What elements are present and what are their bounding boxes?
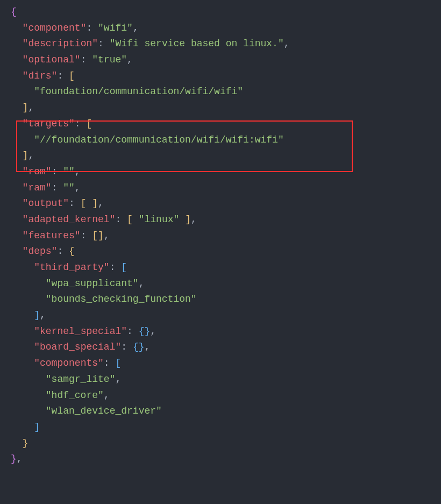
code-line: }, bbox=[0, 451, 441, 467]
code-line: "components": [ bbox=[0, 356, 441, 372]
code-line: "samgr_lite", bbox=[0, 372, 441, 388]
json-string: "samgr_lite" bbox=[46, 374, 116, 385]
code-line: ], bbox=[0, 308, 441, 324]
code-line: "third_party": [ bbox=[0, 260, 441, 276]
bracket-close: ] bbox=[23, 102, 29, 113]
code-line: "component": "wifi", bbox=[0, 20, 441, 37]
code-line: { bbox=[0, 4, 441, 20]
json-key: "components" bbox=[34, 358, 104, 368]
bracket-close: ] bbox=[23, 150, 29, 161]
json-key: "description" bbox=[23, 38, 98, 49]
json-key: "targets" bbox=[23, 118, 75, 129]
brace-open: { bbox=[11, 6, 17, 17]
json-string: "" bbox=[63, 166, 75, 177]
code-line: "dirs": [ bbox=[0, 68, 441, 84]
code-line: } bbox=[0, 436, 441, 452]
json-key: "adapted_kernel" bbox=[23, 214, 116, 225]
bracket-open: [ bbox=[92, 230, 98, 241]
brace-open: { bbox=[139, 326, 145, 337]
json-string: "bounds_checking_function" bbox=[46, 294, 197, 304]
bracket-close: ] bbox=[34, 422, 40, 432]
code-line: "description": "Wifi service based on li… bbox=[0, 36, 441, 52]
brace-close: } bbox=[11, 453, 17, 464]
bracket-open: [ bbox=[69, 70, 75, 81]
json-string: "//foundation/communication/wifi/wifi:wi… bbox=[34, 134, 283, 145]
code-line: "adapted_kernel": [ "linux" ], bbox=[0, 212, 441, 228]
json-string: "wifi" bbox=[98, 23, 133, 33]
json-string: "true" bbox=[92, 54, 127, 65]
json-key: "third_party" bbox=[34, 262, 109, 273]
json-key: "dirs" bbox=[23, 70, 58, 81]
brace-open: { bbox=[69, 246, 75, 257]
code-line: "foundation/communication/wifi/wifi" bbox=[0, 84, 441, 100]
code-line: ], bbox=[0, 100, 441, 116]
bracket-close: ] bbox=[185, 214, 191, 225]
bracket-close: ] bbox=[92, 198, 98, 209]
bracket-open: [ bbox=[121, 262, 127, 273]
bracket-close: ] bbox=[34, 310, 40, 321]
code-line: ] bbox=[0, 420, 441, 436]
code-line: ], bbox=[0, 148, 441, 164]
brace-close: } bbox=[144, 326, 150, 337]
json-string: "linux" bbox=[139, 214, 180, 225]
code-line: "features": [], bbox=[0, 228, 441, 244]
json-string: "wpa_supplicant" bbox=[46, 278, 139, 289]
brace-open: { bbox=[133, 342, 139, 352]
code-line: "rom": "", bbox=[0, 164, 441, 180]
code-line: "optional": "true", bbox=[0, 52, 441, 68]
json-key: "kernel_special" bbox=[34, 326, 127, 337]
json-string: "wlan_device_driver" bbox=[46, 406, 162, 416]
bracket-open: [ bbox=[81, 198, 87, 209]
json-key: "component" bbox=[23, 23, 87, 33]
json-string: "" bbox=[63, 182, 75, 193]
brace-close: } bbox=[23, 438, 29, 449]
code-line: "board_special": {}, bbox=[0, 339, 441, 356]
code-line: "deps": { bbox=[0, 244, 441, 260]
code-line: "wpa_supplicant", bbox=[0, 276, 441, 292]
json-key: "ram" bbox=[23, 182, 52, 193]
json-key: "board_special" bbox=[34, 342, 121, 352]
code-line: "bounds_checking_function" bbox=[0, 292, 441, 308]
json-key: "output" bbox=[23, 198, 69, 209]
json-string: "Wifi service based on linux." bbox=[110, 38, 284, 49]
bracket-close: ] bbox=[98, 230, 104, 241]
json-string: "foundation/communication/wifi/wifi" bbox=[34, 86, 243, 97]
code-line: "output": [ ], bbox=[0, 196, 441, 212]
json-string: "hdf_core" bbox=[46, 390, 104, 401]
json-key: "deps" bbox=[23, 246, 58, 257]
json-key: "optional" bbox=[23, 54, 81, 65]
code-line: "hdf_core", bbox=[0, 388, 441, 404]
bracket-open: [ bbox=[115, 358, 121, 368]
json-key: "rom" bbox=[23, 166, 52, 177]
code-line: "ram": "", bbox=[0, 180, 441, 196]
code-line: "kernel_special": {}, bbox=[0, 324, 441, 340]
code-line: "//foundation/communication/wifi/wifi:wi… bbox=[0, 132, 441, 148]
brace-close: } bbox=[139, 342, 145, 352]
json-key: "features" bbox=[23, 230, 81, 241]
code-block: { "component": "wifi", "description": "W… bbox=[0, 4, 441, 467]
bracket-open: [ bbox=[86, 118, 92, 129]
bracket-open: [ bbox=[127, 214, 133, 225]
code-line: "wlan_device_driver" bbox=[0, 403, 441, 420]
code-line: "targets": [ bbox=[0, 116, 441, 132]
